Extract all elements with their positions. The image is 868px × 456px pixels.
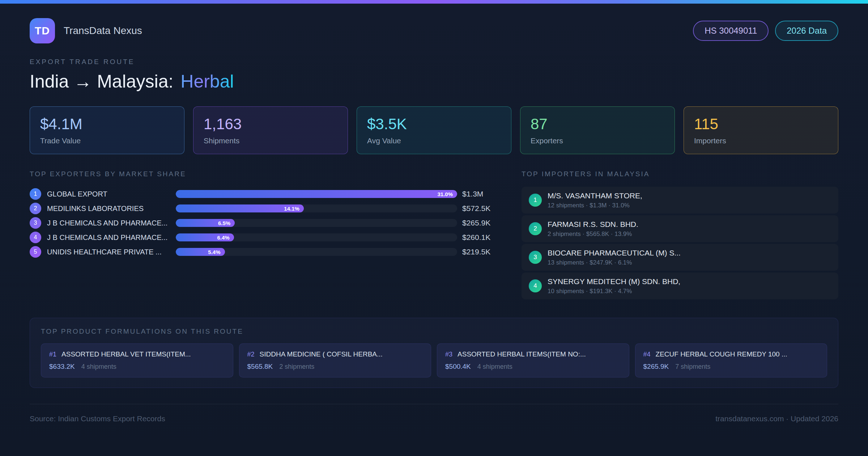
top-accent-bar [0,0,868,4]
stat-label: Trade Value [40,136,174,145]
data-year-badge[interactable]: 2026 Data [775,21,838,41]
stat-card-trade-value: $4.1M Trade Value [30,106,184,154]
stat-value: $4.1M [40,115,174,133]
rank-badge: 3 [529,251,542,264]
product-shipments: 7 shipments [675,363,710,371]
importer-meta: 10 shipments · $191.3K · 4.7% [548,288,680,295]
product-card: #3 ASSORTED HERBAL ITEMS(ITEM NO:... $50… [437,343,629,377]
product-shipments: 2 shipments [279,363,314,371]
rank-badge: 2 [30,203,41,214]
exporter-value: $260.1K [462,233,500,242]
importer-list-item: 1 M/S. VASANTHAM STORE, 12 shipments · $… [522,187,838,214]
bar-track: 5.4% [176,248,457,256]
exporter-value: $265.9K [462,219,500,227]
stat-label: Importers [694,136,828,145]
exporter-row: 5 UNIDIS HEALTHCARE PRIVATE ... 5.4% $21… [30,245,500,259]
exporter-value: $219.5K [462,248,500,256]
page-title-accent: Herbal [180,71,234,92]
stat-card-importers: 115 Importers [684,106,838,154]
bar-percent-label: 14.1% [284,206,299,212]
bar-track: 31.0% [176,190,457,198]
stat-value: 1,163 [204,115,337,133]
product-name: ASSORTED HERBAL VET ITEMS(ITEM... [61,350,191,358]
page-container: TD TransData Nexus HS 30049011 2026 Data… [0,4,868,423]
product-name: ZECUF HERBAL COUGH REMEDY 100 ... [656,350,787,358]
product-name: ASSORTED HERBAL ITEMS(ITEM NO:... [458,350,586,358]
exporter-row: 4 J B CHEMICALS AND PHARMACE... 6.4% $26… [30,230,500,245]
product-card: #2 SIDDHA MEDICINE ( COFSIL HERBA... $56… [239,343,431,377]
product-cards-row: #1 ASSORTED HERBAL VET ITEMS(ITEM... $63… [41,343,827,377]
importer-list-item: 2 FARMASI R.S. SDN. BHD. 2 shipments · $… [522,215,838,242]
footer-source: Source: Indian Customs Export Records [30,414,165,423]
product-value: $500.4K [445,363,471,371]
exporter-row: 3 J B CHEMICALS AND PHARMACE... 6.5% $26… [30,216,500,230]
stat-card-exporters: 87 Exporters [520,106,675,154]
importer-list-item: 3 BIOCARE PHARMACEUTICAL (M) S... 13 shi… [522,244,838,271]
footer: Source: Indian Customs Export Records tr… [30,404,838,423]
hs-code-badge[interactable]: HS 30049011 [693,21,769,41]
stat-card-avg-value: $3.5K Avg Value [357,106,511,154]
importer-meta: 2 shipments · $565.8K · 13.9% [548,231,638,238]
stat-label: Shipments [204,136,337,145]
product-card-header: #2 SIDDHA MEDICINE ( COFSIL HERBA... [247,350,423,358]
bar-fill: 6.5% [176,219,235,227]
rank-badge: 5 [30,246,41,258]
bar-percent-label: 6.4% [217,235,229,241]
rank-badge: 1 [529,194,542,207]
importers-section: TOP IMPORTERS IN MALAYSIA 1 M/S. VASANTH… [522,170,838,301]
product-rank: #4 [643,351,651,358]
product-shipments: 4 shipments [81,363,116,371]
importers-section-title: TOP IMPORTERS IN MALAYSIA [522,170,838,178]
importer-meta: 12 shipments · $1.3M · 31.0% [548,202,642,209]
bar-percent-label: 6.5% [218,220,230,226]
stat-value: $3.5K [367,115,501,133]
product-rank: #3 [445,351,452,358]
brand: TD TransData Nexus [30,18,142,43]
page-title: India → Malaysia: Herbal [30,71,838,92]
exporter-name: MEDILINKS LABORATORIES [47,204,176,213]
brand-name: TransData Nexus [64,25,142,37]
bar-track: 6.5% [176,219,457,227]
product-name: SIDDHA MEDICINE ( COFSIL HERBA... [260,350,383,358]
exporters-section-title: TOP EXPORTERS BY MARKET SHARE [30,170,500,178]
exporter-name: UNIDIS HEALTHCARE PRIVATE ... [47,248,176,256]
importer-name: M/S. VASANTHAM STORE, [548,191,642,200]
stat-label: Exporters [531,136,664,145]
page-title-main: India → Malaysia: [30,71,173,92]
bar-percent-label: 31.0% [437,191,453,197]
stat-value: 115 [694,115,828,133]
importer-name: FARMASI R.S. SDN. BHD. [548,220,638,229]
rank-badge: 4 [529,279,542,292]
bar-track: 6.4% [176,233,457,241]
footer-site: transdatanexus.com · Updated 2026 [715,414,838,423]
exporter-value: $572.5K [462,204,500,213]
rank-badge: 3 [30,217,41,229]
brand-logo-text: TD [35,25,50,37]
main-columns: TOP EXPORTERS BY MARKET SHARE 1 GLOBAL E… [30,170,838,301]
exporter-name: J B CHEMICALS AND PHARMACE... [47,219,176,227]
exporters-bar-chart: 1 GLOBAL EXPORT 31.0% $1.3M 2 MEDILINKS … [30,187,500,259]
exporter-row: 1 GLOBAL EXPORT 31.0% $1.3M [30,187,500,201]
bar-track: 14.1% [176,204,457,212]
importer-info: M/S. VASANTHAM STORE, 12 shipments · $1.… [548,191,642,209]
exporter-row: 2 MEDILINKS LABORATORIES 14.1% $572.5K [30,201,500,216]
importer-meta: 13 shipments · $247.9K · 6.1% [548,259,681,266]
product-value: $565.8K [247,363,273,371]
product-card-stats: $565.8K 2 shipments [247,363,423,371]
exporter-value: $1.3M [462,190,500,198]
exporter-name: J B CHEMICALS AND PHARMACE... [47,233,176,242]
product-rank: #2 [247,351,255,358]
header: TD TransData Nexus HS 30049011 2026 Data [30,18,838,43]
product-card-stats: $633.2K 4 shipments [49,363,225,371]
stat-label: Avg Value [367,136,501,145]
product-card-stats: $500.4K 4 shipments [445,363,621,371]
importer-name: SYNERGY MEDITECH (M) SDN. BHD, [548,277,680,286]
importer-info: FARMASI R.S. SDN. BHD. 2 shipments · $56… [548,220,638,238]
bar-percent-label: 5.4% [208,249,220,255]
exporters-section: TOP EXPORTERS BY MARKET SHARE 1 GLOBAL E… [30,170,500,301]
stat-value: 87 [531,115,664,133]
products-panel-title: TOP PRODUCT FORMULATIONS ON THIS ROUTE [41,328,827,335]
bar-fill: 14.1% [176,204,304,212]
product-card: #1 ASSORTED HERBAL VET ITEMS(ITEM... $63… [41,343,233,377]
bar-fill: 5.4% [176,248,225,256]
